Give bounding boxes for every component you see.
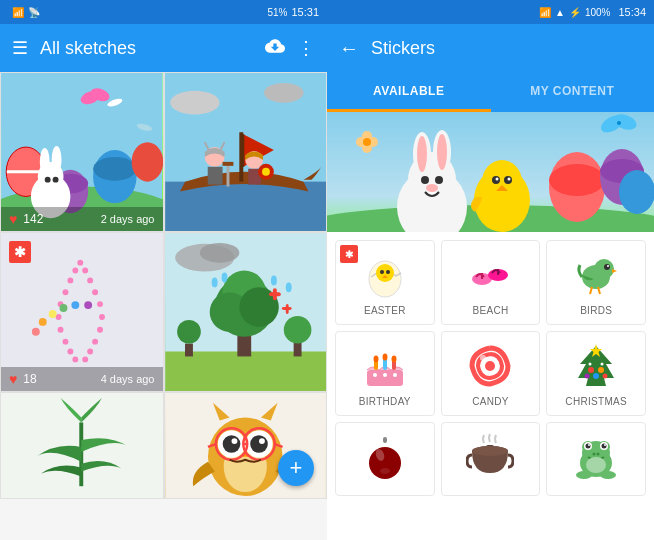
featured-badge: ✱ (340, 245, 358, 263)
svg-rect-28 (207, 167, 222, 185)
fab-add[interactable]: + (278, 450, 314, 486)
sticker-item-pot[interactable] (441, 422, 541, 496)
svg-point-48 (99, 314, 105, 320)
signal-icon-right: ▲ (555, 7, 565, 18)
svg-point-185 (600, 471, 616, 479)
svg-point-93 (258, 438, 264, 444)
svg-point-9 (132, 142, 163, 182)
stickers-grid: ✱ EASTER (327, 232, 654, 540)
sticker-item-ornament[interactable] (335, 422, 435, 496)
svg-point-132 (380, 270, 384, 274)
signal-icon: 📡 (28, 7, 40, 18)
svg-point-139 (607, 265, 609, 267)
sketch-cell-pinkdots[interactable]: ✱ (0, 232, 164, 392)
svg-point-123 (508, 178, 511, 181)
svg-point-153 (485, 361, 495, 371)
svg-point-79 (177, 320, 201, 344)
christmas-icon-wrap (570, 340, 622, 392)
svg-point-184 (576, 471, 592, 479)
likes-pinkdots: 18 (23, 372, 36, 386)
menu-icon[interactable]: ☰ (12, 37, 28, 59)
svg-point-82 (270, 275, 276, 285)
svg-rect-75 (285, 304, 288, 314)
heart-icon-easter: ♥ (9, 211, 17, 227)
svg-point-143 (373, 373, 377, 377)
wifi-icon-right: 📶 (539, 7, 551, 18)
svg-point-46 (97, 301, 103, 307)
back-button[interactable]: ← (339, 37, 359, 60)
svg-point-159 (593, 373, 599, 379)
sticker-item-birds[interactable]: BIRDS (546, 240, 646, 325)
svg-point-144 (383, 373, 387, 377)
svg-point-158 (598, 367, 604, 373)
svg-point-183 (586, 457, 606, 473)
svg-point-160 (585, 374, 590, 379)
svg-point-180 (604, 444, 606, 446)
svg-point-40 (72, 268, 78, 274)
birthday-label: BIRTHDAY (359, 396, 411, 407)
svg-point-59 (49, 310, 57, 318)
date-easter: 2 days ago (101, 213, 155, 225)
sketch-cell-viking[interactable] (164, 72, 328, 232)
sticker-item-easter[interactable]: ✱ EASTER (335, 240, 435, 325)
sketch-cell-plant[interactable] (0, 392, 164, 499)
tab-available[interactable]: AVAILABLE (327, 72, 491, 112)
tab-mycontent[interactable]: MY CONTENT (491, 72, 655, 112)
sketch-cell-owl[interactable]: + (164, 392, 328, 499)
svg-point-113 (417, 136, 427, 172)
svg-point-8 (93, 157, 136, 181)
svg-point-80 (211, 277, 217, 287)
sticker-item-birthday[interactable]: BIRTHDAY (335, 331, 435, 416)
svg-point-108 (617, 121, 621, 125)
svg-point-161 (603, 374, 608, 379)
svg-point-133 (386, 270, 390, 274)
sticker-item-christmas[interactable]: CHRISTMAS (546, 331, 646, 416)
svg-point-22 (170, 91, 219, 115)
svg-point-49 (58, 327, 64, 333)
beach-label: BEACH (473, 305, 509, 316)
sketch-cell-easter[interactable]: ♥ 142 2 days ago (0, 72, 164, 232)
svg-point-154 (480, 355, 486, 361)
svg-point-23 (264, 83, 304, 103)
wifi-icon: 📶 (12, 7, 24, 18)
time-left: 15:31 (291, 6, 319, 18)
heart-icon-pinkdots: ♥ (9, 371, 17, 387)
svg-point-178 (602, 444, 607, 449)
sketch-cell-tree[interactable] (164, 232, 328, 392)
beach-icon-wrap (464, 249, 516, 301)
svg-point-57 (32, 328, 40, 336)
more-icon[interactable]: ⋮ (297, 37, 315, 59)
birds-label: BIRDS (580, 305, 612, 316)
svg-point-12 (40, 148, 50, 176)
right-panel: 📶 ▲ ⚡ 100% 15:34 ← Stickers AVAILABLE MY… (327, 0, 654, 540)
christmas-label: CHRISTMAS (565, 396, 627, 407)
svg-point-47 (56, 314, 62, 320)
sticker-item-beach[interactable]: BEACH (441, 240, 541, 325)
sticker-item-candy[interactable]: CANDY (441, 331, 541, 416)
svg-point-38 (77, 260, 83, 266)
svg-point-114 (437, 134, 447, 170)
svg-point-157 (588, 367, 594, 373)
svg-point-51 (62, 339, 68, 345)
page-title: All sketches (40, 38, 253, 59)
status-bar-right: 📶 ▲ ⚡ 100% 15:34 (327, 0, 654, 24)
svg-rect-73 (272, 288, 276, 300)
birds-icon-wrap (570, 249, 622, 301)
svg-point-116 (435, 176, 443, 184)
svg-point-150 (382, 354, 387, 361)
frog-icon-wrap (570, 431, 622, 483)
svg-point-91 (250, 435, 268, 453)
svg-rect-66 (165, 352, 326, 392)
svg-point-149 (373, 356, 378, 363)
sticker-item-frog[interactable] (546, 422, 646, 496)
svg-point-61 (71, 301, 79, 309)
sketch-overlay-pinkdots: ♥ 18 4 days ago (1, 367, 163, 391)
status-bar-left: 📶 📡 51% 15:31 (0, 0, 327, 24)
svg-point-41 (67, 277, 73, 283)
pot-icon-wrap (464, 431, 516, 483)
svg-line-140 (590, 287, 592, 294)
svg-point-119 (482, 160, 522, 204)
cloud-icon[interactable] (265, 36, 285, 61)
svg-point-138 (604, 264, 610, 270)
svg-point-115 (421, 176, 429, 184)
